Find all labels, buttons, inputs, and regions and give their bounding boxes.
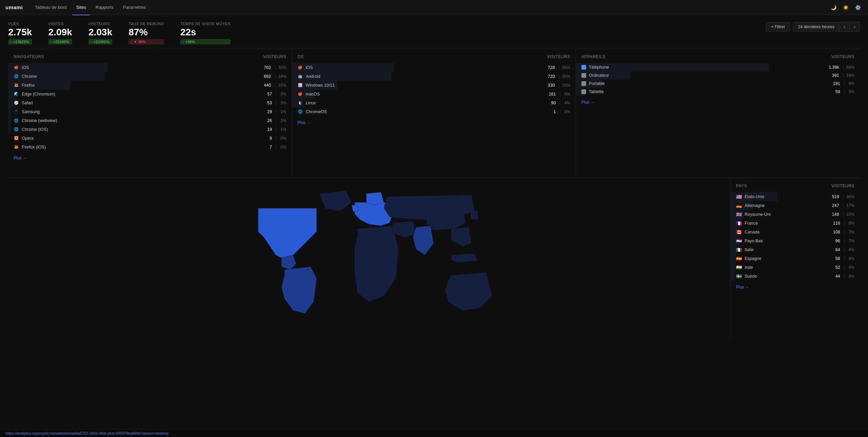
row-name: Portable <box>589 81 824 86</box>
row-name: Royaume-Uni <box>745 212 823 217</box>
browser-icon: 🌊 <box>14 91 19 97</box>
device-icon <box>581 89 586 94</box>
row-name: iOS <box>306 65 539 70</box>
browser-icon: 🧭 <box>14 100 19 106</box>
row-count: 148 <box>826 212 839 217</box>
os-section: OS Visiteurs 🍎iOS72836%🤖Android72035%🪟Wi… <box>292 49 576 178</box>
time-selector: 24 dernières heures ‹ › <box>793 22 860 32</box>
countries-col-label: Visiteurs <box>831 183 854 188</box>
row-name: Firefox (iOS) <box>22 145 256 150</box>
list-item: 🇨🇦Canada1087% <box>731 228 860 237</box>
settings-icon-btn[interactable]: ⚙️ <box>853 3 863 12</box>
list-item: 🇫🇷France1168% <box>731 219 860 228</box>
row-count: 90 <box>542 101 556 105</box>
nav-tableau-de-bord[interactable]: Tableau de bord <box>31 3 71 12</box>
list-item: 🇩🇪Allemagne24717% <box>731 201 860 210</box>
row-name: Safari <box>22 101 256 105</box>
time-selector-btn[interactable]: 24 dernières heures <box>793 22 839 32</box>
row-count: 391 <box>826 73 839 78</box>
browser-icon: 🦊 <box>14 144 19 150</box>
stat-temps-value: 22s <box>180 27 231 38</box>
prev-period-btn[interactable]: ‹ <box>839 22 850 32</box>
devices-more[interactable]: Plus → <box>576 96 860 106</box>
stat-temps-badge: ↑ +59% <box>180 39 231 45</box>
browsers-section: Navigateurs Visiteurs 🍎iOS70235%🌐Chrome6… <box>8 49 292 178</box>
row-pct: 1% <box>276 127 286 132</box>
list-item: 🌐Chrome68234% <box>8 72 292 81</box>
list-item: 🇪🇸Espagne584% <box>731 254 860 263</box>
row-pct: 22% <box>275 83 286 88</box>
row-pct: 10% <box>843 212 854 217</box>
row-pct: 7% <box>844 230 854 234</box>
row-count: 116 <box>827 221 840 226</box>
browser-icon: 🤖 <box>297 74 303 79</box>
list-item: 🤖Android72035% <box>292 72 576 81</box>
list-item: 🅾️Opera90% <box>8 134 292 143</box>
countries-more[interactable]: Plus → <box>731 281 860 291</box>
devices-header: Appareils Visiteurs <box>576 54 860 63</box>
stat-visiteurs-value: 2.03k <box>88 27 112 38</box>
countries-rows: 🇺🇸États-Unis51936%🇩🇪Allemagne24717%🇬🇧Roy… <box>731 192 860 281</box>
nav-rapports[interactable]: Rapports <box>91 3 118 12</box>
nav-parametres[interactable]: Paramètres <box>119 3 150 12</box>
row-name: Samsung <box>22 109 256 114</box>
row-count: 59 <box>827 89 840 94</box>
browsers-more[interactable]: Plus → <box>8 152 292 162</box>
list-item: 🍎macOS1618% <box>292 90 576 99</box>
theme-toggle[interactable]: ☀️ <box>841 3 850 12</box>
row-pct: 35% <box>559 74 570 79</box>
stat-visites-badge: ↑ +23100% <box>48 39 72 45</box>
list-item: 🦊Firefox44022% <box>8 81 292 90</box>
row-pct: 7% <box>844 239 854 243</box>
row-name: Suède <box>745 274 824 279</box>
list-item: 🇬🇧Royaume-Uni14810% <box>731 210 860 219</box>
flag-icon: 🇮🇹 <box>736 247 742 252</box>
row-count: 44 <box>827 274 840 279</box>
row-count: 53 <box>258 101 272 105</box>
row-name: Windows 10/11 <box>306 83 539 88</box>
list-item: Ordinateur39119% <box>576 71 860 80</box>
row-name: Canada <box>745 230 824 234</box>
stat-visites: Visites 2.09k ↑ +23100% <box>48 22 72 45</box>
dark-mode-toggle[interactable]: 🌙 <box>829 3 838 12</box>
os-rows: 🍎iOS72836%🤖Android72035%🪟Windows 10/1133… <box>292 63 576 116</box>
row-count: 191 <box>827 81 840 86</box>
flag-icon: 🇪🇸 <box>736 256 742 261</box>
row-name: Edge (Chromium) <box>22 92 256 97</box>
row-pct: 4% <box>844 265 854 270</box>
nav-sites[interactable]: Sites <box>72 3 90 12</box>
browser-icon: 🌐 <box>14 118 19 123</box>
row-name: France <box>745 221 824 226</box>
list-item: Portable1919% <box>576 80 860 88</box>
row-count: 9 <box>258 136 272 141</box>
browser-icon: 🍎 <box>14 65 19 70</box>
stat-rebond-value: 87% <box>129 27 164 38</box>
stat-visiteurs-badge: ↑ +22455% <box>88 39 112 45</box>
browser-icon: 🐧 <box>297 100 303 106</box>
row-name: Téléphone <box>589 65 823 70</box>
row-name: Chrome (webview) <box>22 118 256 123</box>
row-pct: 3% <box>276 92 286 97</box>
row-count: 519 <box>826 194 839 199</box>
list-item: 🌐ChromeOS10% <box>292 107 576 116</box>
filter-button[interactable]: + Filtrer <box>766 22 790 32</box>
topnav: umami Tableau de bord Sites Rapports Par… <box>0 0 868 15</box>
row-pct: 0% <box>560 109 570 114</box>
list-item: 🦊Firefox (iOS)70% <box>8 143 292 152</box>
nav-right: 🌙 ☀️ ⚙️ <box>829 3 863 12</box>
devices-section: Appareils Visiteurs Téléphone1.39k68%Ord… <box>576 49 860 178</box>
browser-icon: 🍎 <box>297 65 303 70</box>
row-pct: 0% <box>276 136 286 141</box>
bottom-section: Pays Visiteurs 🇺🇸États-Unis51936%🇩🇪Allem… <box>8 178 860 338</box>
row-pct: 3% <box>844 274 854 279</box>
stat-visites-label: Visites <box>48 22 72 26</box>
list-item: 🐧Linux904% <box>292 99 576 107</box>
row-name: macOS <box>306 92 540 97</box>
next-period-btn[interactable]: › <box>850 22 860 32</box>
time-nav: ‹ › <box>839 22 860 32</box>
os-more[interactable]: Plus → <box>292 116 576 126</box>
browser-icon: 🅾️ <box>14 136 19 141</box>
list-item: 🧭Safari533% <box>8 99 292 107</box>
flag-icon: 🇮🇳 <box>736 265 742 270</box>
row-name: Ordinateur <box>589 73 823 78</box>
